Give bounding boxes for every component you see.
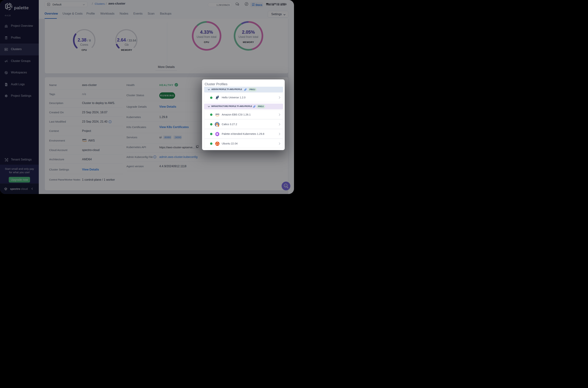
svg-text:aws: aws [215,113,219,115]
